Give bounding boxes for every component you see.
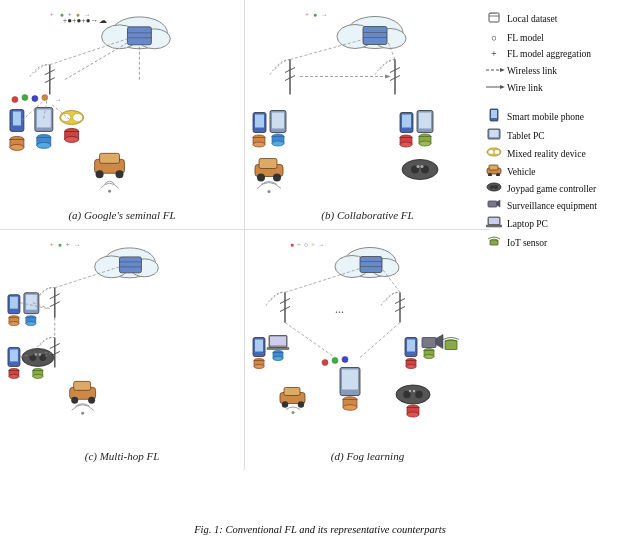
svg-rect-118 — [488, 201, 497, 207]
svg-rect-143 — [10, 297, 18, 309]
svg-point-167 — [71, 397, 78, 404]
svg-rect-107 — [490, 130, 499, 137]
svg-point-75 — [272, 141, 284, 146]
svg-rect-148 — [26, 295, 37, 310]
subfig-d-label: (d) Fog learning — [245, 450, 490, 462]
legend-panel: Local dataset ○ FL model + FL model aggr… — [486, 10, 636, 257]
svg-text:+: + — [297, 241, 301, 249]
tablet-icon — [486, 128, 502, 145]
svg-point-21 — [10, 144, 24, 150]
svg-point-36 — [116, 170, 124, 178]
svg-rect-195 — [255, 340, 263, 352]
svg-point-43 — [22, 95, 28, 101]
svg-point-168 — [88, 397, 95, 404]
legend-text-vehicle: Vehicle — [507, 165, 536, 180]
wireless-icon — [486, 64, 502, 79]
subfig-b-label: (b) Collaborative FL — [245, 209, 490, 221]
svg-text:→: → — [321, 11, 328, 19]
legend-item-tablet: Tablet PC — [486, 128, 636, 145]
svg-point-110 — [494, 150, 500, 155]
svg-rect-198 — [267, 348, 289, 350]
svg-text:→: → — [84, 11, 91, 19]
svg-point-26 — [37, 142, 51, 148]
svg-point-212 — [406, 365, 416, 369]
svg-point-42 — [12, 97, 18, 103]
svg-point-222 — [332, 358, 338, 364]
legend-section-2: Smart mobile phone Tablet PC — [486, 108, 636, 252]
svg-text:●: ● — [76, 11, 80, 19]
subfig-c: + ● + → — [0, 230, 245, 470]
legend-item-vehicle: Vehicle — [486, 164, 636, 181]
vehicle-icon — [486, 164, 502, 181]
legend-item-surveillance: Surveillance equipment — [486, 199, 636, 214]
svg-line-225 — [360, 323, 400, 358]
svg-point-169 — [81, 412, 84, 415]
aggregation-icon: + — [486, 47, 502, 62]
svg-text:+: + — [68, 11, 72, 19]
svg-point-235 — [413, 390, 415, 392]
svg-rect-131 — [120, 257, 142, 273]
svg-rect-122 — [486, 225, 502, 227]
legend-item-wireless: Wireless link — [486, 64, 636, 79]
svg-point-157 — [22, 349, 54, 367]
svg-point-164 — [33, 374, 43, 378]
svg-marker-101 — [500, 68, 505, 72]
legend-item-flmodel: ○ FL model — [486, 31, 636, 46]
svg-rect-53 — [363, 27, 387, 45]
svg-point-156 — [9, 374, 19, 378]
svg-point-89 — [273, 174, 281, 182]
svg-marker-103 — [500, 85, 505, 89]
svg-point-117 — [494, 185, 498, 189]
svg-point-146 — [9, 322, 19, 326]
legend-text-gamepad: Joypad game controller — [507, 182, 596, 197]
svg-point-204 — [273, 357, 283, 361]
svg-point-29 — [73, 114, 83, 122]
svg-line-224 — [285, 323, 335, 358]
svg-rect-123 — [490, 240, 498, 245]
svg-text:+: + — [305, 11, 309, 19]
svg-text:●: ● — [60, 11, 64, 19]
svg-point-95 — [421, 165, 424, 168]
svg-point-94 — [417, 165, 420, 168]
svg-line-192 — [285, 269, 360, 293]
legend-section-1: Local dataset ○ FL model + FL model aggr… — [486, 10, 636, 96]
svg-rect-166 — [74, 381, 91, 390]
legend-text-tablet: Tablet PC — [507, 129, 545, 144]
svg-rect-72 — [272, 113, 284, 129]
svg-text:○: ○ — [304, 241, 308, 249]
svg-marker-119 — [497, 200, 500, 207]
svg-point-223 — [342, 357, 348, 363]
svg-point-215 — [424, 355, 434, 359]
svg-point-37 — [108, 190, 111, 193]
svg-rect-4 — [127, 27, 151, 45]
legend-item-aggregation: + FL model aggregation — [486, 47, 636, 62]
svg-rect-96 — [489, 13, 499, 22]
legend-text-wire: Wire link — [507, 81, 543, 96]
svg-text:→: → — [55, 96, 62, 104]
svg-point-151 — [26, 322, 36, 326]
svg-point-238 — [407, 412, 419, 417]
legend-item-gamepad: Joypad game controller — [486, 182, 636, 197]
legend-text-mr: Mixed reality device — [507, 147, 586, 162]
flmodel-icon: ○ — [486, 31, 502, 46]
mobile-icon — [486, 108, 502, 127]
svg-rect-182 — [360, 257, 382, 273]
subfig-d: ● + ○ + → — [245, 230, 490, 470]
svg-rect-209 — [445, 341, 457, 350]
legend-text-surveillance: Surveillance equipment — [507, 199, 597, 214]
legend-text-laptop: Laptop PC — [507, 217, 548, 232]
svg-point-35 — [96, 170, 104, 178]
wire-icon — [486, 81, 502, 96]
svg-line-15 — [65, 43, 128, 80]
svg-text:+: + — [50, 241, 54, 249]
bottom-row: + ● + → — [0, 230, 640, 470]
legend-text-aggregation: FL model aggregation — [507, 47, 591, 62]
svg-point-221 — [322, 360, 328, 366]
svg-rect-34 — [100, 153, 120, 163]
svg-text:→: → — [74, 241, 81, 249]
svg-rect-121 — [489, 218, 499, 224]
svg-point-234 — [409, 390, 411, 392]
svg-point-90 — [268, 190, 271, 193]
svg-point-70 — [253, 142, 265, 147]
svg-point-116 — [490, 185, 494, 189]
